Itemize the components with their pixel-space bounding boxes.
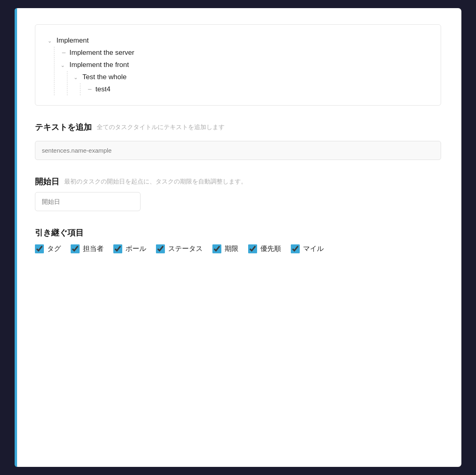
text-add-input[interactable] (35, 141, 441, 160)
checkbox-ball[interactable] (113, 244, 122, 253)
checkbox-priority[interactable] (248, 244, 257, 253)
tree-item-test4-label: test4 (95, 85, 110, 93)
text-add-label: テキストを追加 (35, 122, 92, 133)
start-date-hint: 最初のタスクの開始日を起点に、タスクの期限を自動調整します。 (64, 178, 247, 186)
left-accent-bar (15, 8, 17, 467)
checkbox-deadline[interactable] (212, 244, 221, 253)
checkbox-tag[interactable] (35, 244, 44, 253)
tree-item-implement-front-label: Implement the front (69, 61, 129, 69)
checkbox-item-assignee[interactable]: 担当者 (71, 244, 104, 253)
checkbox-assignee-label: 担当者 (83, 244, 104, 253)
checkbox-deadline-label: 期限 (225, 244, 238, 253)
checkbox-item-mile[interactable]: マイル (291, 244, 324, 253)
checkbox-mile-label: マイル (303, 244, 324, 253)
task-tree-card: ⌄ Implement − Implement the server ⌄ (35, 24, 441, 106)
checkbox-item-tag[interactable]: タグ (35, 244, 61, 253)
text-add-hint: 全てのタスクタイトルにテキストを追加します (97, 123, 225, 131)
checkbox-ball-label: ボール (125, 244, 146, 253)
tree-row-implement-server[interactable]: − Implement the server ⌄ Implement the f… (48, 47, 428, 95)
inherit-label: 引き継ぐ項目 (35, 227, 441, 238)
tree-row-test4[interactable]: − test4 (87, 83, 428, 95)
checkbox-mile[interactable] (291, 244, 300, 253)
tree-row-test-whole[interactable]: ⌄ Test the whole (74, 71, 428, 83)
chevron-implement-icon: ⌄ (48, 38, 54, 44)
dash-test4-icon: − (87, 86, 93, 93)
checkbox-item-deadline[interactable]: 期限 (212, 244, 238, 253)
checkbox-assignee[interactable] (71, 244, 80, 253)
inherit-section: 引き継ぐ項目 タグ 担当者 ボール ステータス 期限 (35, 227, 441, 253)
checkbox-status-label: ステータス (168, 244, 203, 253)
tree-indent-front: ⌄ Test the whole − test4 (61, 71, 428, 95)
tree-row-implement-front[interactable]: ⌄ Implement the front (61, 59, 428, 71)
chevron-implement-front-icon: ⌄ (61, 62, 67, 68)
tree-indent-test-whole: − test4 (74, 83, 428, 95)
tree-row-implement[interactable]: ⌄ Implement (48, 35, 428, 47)
tree-item-implement-label: Implement (56, 37, 89, 45)
tree-item-implement-server-label: Implement the server (69, 49, 134, 57)
checkbox-item-status[interactable]: ステータス (156, 244, 203, 253)
start-date-input[interactable] (35, 192, 141, 211)
start-date-section: 開始日 最初のタスクの開始日を起点に、タスクの期限を自動調整します。 (35, 176, 441, 211)
checkboxes-row: タグ 担当者 ボール ステータス 期限 優先順 (35, 244, 441, 253)
tree-item-test-whole-label: Test the whole (82, 73, 127, 81)
text-add-section: テキストを追加 全てのタスクタイトルにテキストを追加します (35, 122, 441, 160)
checkbox-priority-label: 優先順 (260, 244, 281, 253)
chevron-test-whole-icon: ⌄ (74, 74, 80, 80)
main-container: ⌄ Implement − Implement the server ⌄ (15, 8, 461, 467)
checkbox-item-ball[interactable]: ボール (113, 244, 146, 253)
dash-implement-server-icon: − (61, 49, 67, 56)
checkbox-status[interactable] (156, 244, 165, 253)
checkbox-tag-label: タグ (47, 244, 61, 253)
task-tree: ⌄ Implement − Implement the server ⌄ (48, 35, 428, 95)
checkbox-item-priority[interactable]: 優先順 (248, 244, 281, 253)
start-date-label: 開始日 (35, 176, 59, 187)
